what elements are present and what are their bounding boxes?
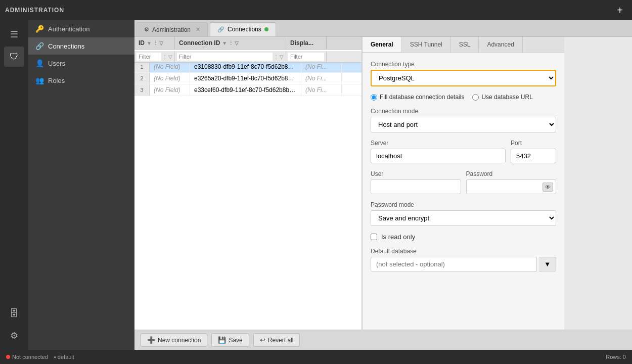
radio-fill-label: Fill database connection details [380,94,464,101]
tab-general[interactable]: General [363,37,402,52]
shield-icon-btn[interactable]: 🛡 [4,47,24,67]
connection-type-select[interactable]: PostgreSQL MySQL SQLite [371,70,556,86]
administration-tab-label: Administration [152,26,191,33]
default-database-dropdown-btn[interactable]: ▼ [539,257,556,271]
radio-url-input[interactable] [472,94,479,101]
filter-input-connid[interactable] [177,53,273,61]
sidebar-item-label-roles: Roles [48,77,65,84]
filter-funnel-id[interactable]: ▽ [168,54,172,60]
grid-header: ID ▼ ⋮ ▽ Connection ID ▼ ⋮ ▽ Displa... [134,37,362,50]
connections-icon: 🔗 [35,42,44,50]
col-id-menu[interactable]: ⋮ [153,40,158,47]
col-id-label: ID [139,39,145,47]
col-id: ID ▼ ⋮ ▽ [134,37,175,49]
default-database-row: ▼ [371,257,556,271]
row-num-3: 3 [134,84,150,96]
port-label: Port [511,140,556,147]
sidebar-item-connections[interactable]: 🔗 Connections [28,37,134,55]
rows-count: Rows: 0 [606,354,626,360]
radio-fill-option[interactable]: Fill database connection details [371,94,464,101]
menu-icon: ☰ [10,29,18,40]
port-input[interactable] [511,149,556,163]
table-row[interactable]: 3 (No Field) e33cef60-dfb9-11ef-8c70-f5d… [134,84,362,96]
new-connection-button[interactable]: ➕ New connection [141,333,207,347]
gear-icon-btn[interactable]: ⚙ [4,326,24,346]
default-db-indicator: ▪ [54,354,56,360]
authentication-icon: 🔑 [35,25,44,33]
filter-cell-id: ⋮ ▽ [134,51,175,62]
tab-administration[interactable]: ⚙ Administration ✕ [137,22,208,36]
table-row[interactable]: 1 (No Field) e3108830-dfb9-11ef-8c70-f5d… [134,61,362,73]
users-icon: 👤 [35,59,44,67]
main-layout: ☰ 🛡 🗄 ⚙ 🔑 Authentication 🔗 Connections 👤… [0,20,632,350]
row-num-1: 1 [134,61,150,72]
tab-advanced[interactable]: Advanced [479,37,522,52]
status-left: Not connected ▪ default [6,354,74,360]
cell-disp-3: (No Fi... [301,84,342,96]
sidebar-item-users[interactable]: 👤 Users [28,55,134,72]
connection-type-group: Connection type PostgreSQL MySQL SQLite [371,61,556,86]
revert-all-button[interactable]: ↩ Revert all [253,333,300,347]
read-only-checkbox[interactable] [371,234,377,240]
administration-tab-close[interactable]: ✕ [196,26,200,33]
sidebar-item-label-authentication: Authentication [48,25,89,33]
default-database-input[interactable] [371,257,537,271]
tab-bar: ⚙ Administration ✕ 🔗 Connections [134,20,632,37]
password-mode-group: Password mode Save and encrypt Do not sa… [371,201,556,226]
cell-connid-2: e3265a20-dfb9-11ef-8c70-f5d62b8b8c32 [190,73,301,84]
server-label: Server [371,140,506,147]
connections-tab-icon: 🔗 [217,26,224,33]
server-input[interactable] [371,149,506,163]
not-connected-label: Not connected [12,354,48,360]
cell-disp-2: (No Fi... [301,73,342,84]
bottom-toolbar: ➕ New connection 💾 Save ↩ Revert all [134,330,632,350]
save-label: Save [229,337,242,344]
col-id-filter[interactable]: ▽ [159,40,163,46]
col-connid-sort[interactable]: ▼ [222,40,227,46]
sidebar-item-label-connections: Connections [48,42,84,50]
filter-funnel-connid[interactable]: ▽ [280,54,284,60]
top-bar: ADMINISTRATION + [0,0,632,20]
col-display: Displa... [286,37,327,49]
sidebar-item-authentication[interactable]: 🔑 Authentication [28,20,134,37]
grid-filter-row: ⋮ ▽ ⋮ ▽ [134,51,362,63]
shield-icon: 🛡 [10,52,19,62]
col-connection-id-label: Connection ID [179,39,220,47]
panel-tabs: General SSH Tunnel SSL Advanced [363,37,564,53]
cell-disp-1: (No Fi... [301,61,342,72]
default-database-group: Default database ▼ [371,248,556,271]
roles-icon: 👥 [35,76,44,84]
tab-ssl[interactable]: SSL [451,37,479,52]
not-connected-status: Not connected [6,354,48,360]
radio-url-option[interactable]: Use database URL [472,94,532,101]
password-mode-select[interactable]: Save and encrypt Do not save Ask always [371,210,556,226]
read-only-label: Is read only [381,233,415,241]
save-button[interactable]: 💾 Save [211,333,249,347]
nav-sidebar: 🔑 Authentication 🔗 Connections 👤 Users 👥… [28,20,134,350]
add-button[interactable]: + [613,3,627,17]
password-mode-label: Password mode [371,201,556,208]
tab-connections[interactable]: 🔗 Connections [210,22,276,36]
filter-icon-id[interactable]: ⋮ [162,54,167,60]
server-group: Server [371,140,506,163]
icon-sidebar: ☰ 🛡 🗄 ⚙ [0,20,28,350]
default-database-label: Default database [371,248,556,255]
port-group: Port [511,140,556,163]
radio-fill-input[interactable] [371,94,377,101]
table-row[interactable]: 2 (No Field) e3265a20-dfb9-11ef-8c70-f5d… [134,73,362,84]
filter-input-disp[interactable] [288,53,324,61]
sidebar-item-roles[interactable]: 👥 Roles [28,72,134,89]
filter-input-id[interactable] [137,53,161,61]
col-id-sort[interactable]: ▼ [147,40,152,46]
col-connid-filter[interactable]: ▽ [235,40,239,46]
col-connid-menu[interactable]: ⋮ [228,40,234,47]
default-status: ▪ default [54,354,74,360]
menu-icon-btn[interactable]: ☰ [4,24,24,44]
cell-id-2: (No Field) [150,73,190,84]
password-toggle-button[interactable]: 👁 [543,183,553,192]
user-input[interactable] [371,179,461,194]
connection-mode-select[interactable]: Host and port Socket [371,117,556,132]
filter-icon-connid[interactable]: ⋮ [274,54,279,60]
db-icon-btn[interactable]: 🗄 [4,303,24,324]
tab-ssh-tunnel[interactable]: SSH Tunnel [402,37,451,52]
